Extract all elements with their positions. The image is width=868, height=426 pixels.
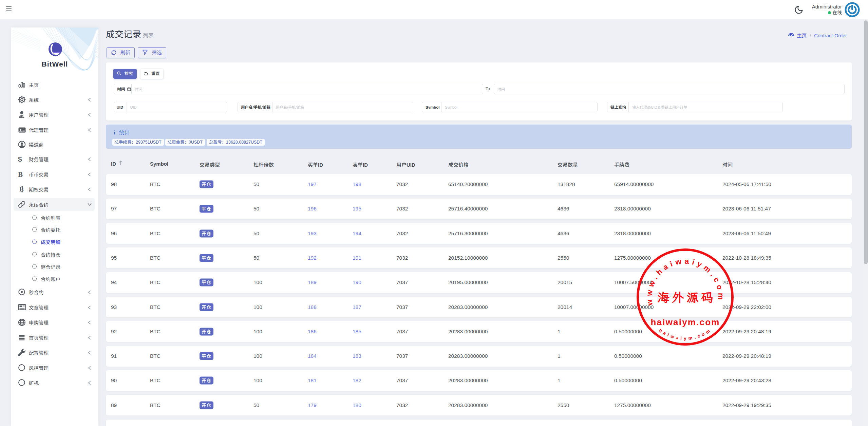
- svg-text:海外源码: 海外源码: [657, 289, 716, 305]
- svg-text:haiwaiym.com: haiwaiym.com: [651, 317, 720, 327]
- svg-text:B: B: [19, 186, 24, 193]
